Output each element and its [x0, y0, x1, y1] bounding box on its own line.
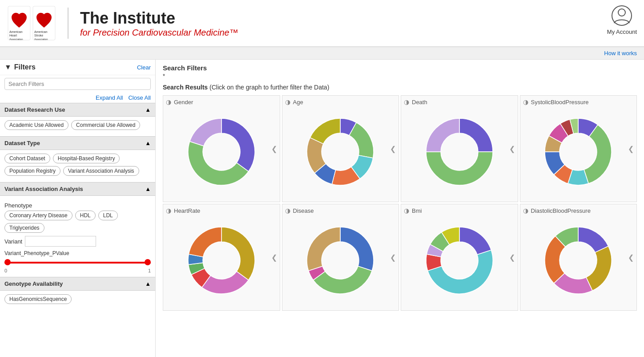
close-all-link[interactable]: Close All	[128, 94, 151, 101]
tag-academic-use[interactable]: Academic Use Allowed	[4, 120, 68, 130]
chart-card-disease[interactable]: ◑Disease❮	[282, 204, 399, 311]
section-dataset-type-toggle: ▲	[145, 140, 151, 146]
tag-has-genomics-sequence[interactable]: HasGenomicsSequence	[4, 294, 72, 304]
donut-wrapper-heartrate	[166, 216, 277, 305]
logo-area: American Heart Association American Stro…	[7, 5, 238, 41]
chart-chevron-death[interactable]: ❮	[509, 145, 515, 153]
chart-card-gender[interactable]: ◑Gender❮	[163, 95, 280, 202]
donut-svg-death[interactable]	[422, 114, 497, 190]
chart-card-death[interactable]: ◑Death❮	[401, 95, 518, 202]
filters-title-area: ▼ Filters	[4, 63, 36, 71]
donut-wrapper-systolic-bp	[523, 107, 634, 196]
svg-text:American: American	[9, 30, 23, 33]
svg-text:Stroke: Stroke	[34, 34, 43, 37]
donut-svg-bmi[interactable]	[422, 223, 497, 298]
phenotype-label: Phenotype	[4, 202, 151, 209]
slider-container[interactable]	[4, 258, 151, 267]
section-genotype-availability[interactable]: Genotype Availability ▲	[0, 277, 155, 291]
chart-pie-icon-gender: ◑	[166, 98, 171, 105]
chart-chevron-age[interactable]: ❮	[390, 145, 396, 153]
research-use-tags: Academic Use Allowed Commercial Use Allo…	[4, 120, 151, 130]
section-dataset-type-content: Cohort Dataset Hospital-Based Registry P…	[0, 150, 155, 182]
chart-title-bmi: Bmi	[412, 207, 422, 214]
section-variant-association-toggle: ▲	[145, 186, 151, 192]
tag-triglycerides[interactable]: Triglycerides	[4, 223, 44, 233]
variant-input[interactable]	[25, 236, 96, 247]
donut-svg-gender[interactable]	[184, 114, 259, 190]
svg-point-10	[618, 9, 625, 16]
chart-card-diastolic-bp[interactable]: ◑DiastolicBloodPressure❮	[520, 204, 637, 311]
search-filters-input[interactable]	[4, 78, 151, 90]
donut-svg-disease[interactable]	[302, 223, 378, 298]
section-variant-association-label: Variant Association Analysis	[4, 186, 83, 192]
section-dataset-research-use-label: Dataset Research Use	[4, 106, 65, 113]
my-account[interactable]: My Account	[607, 4, 637, 35]
section-dataset-research-use[interactable]: Dataset Research Use ▲	[0, 103, 155, 117]
tag-coronary-artery-disease[interactable]: Coronary Artery Disease	[4, 211, 72, 220]
how-it-works-link[interactable]: How it works	[604, 50, 637, 57]
donut-svg-age[interactable]	[302, 114, 378, 190]
chart-chevron-systolic-bp[interactable]: ❮	[628, 145, 634, 153]
chart-card-age[interactable]: ◑Age❮	[282, 95, 399, 202]
tag-population-registry[interactable]: Population Registry	[4, 166, 60, 176]
section-dataset-research-use-toggle: ▲	[145, 106, 151, 113]
chart-chevron-disease[interactable]: ❮	[390, 253, 396, 262]
chart-pie-icon-death: ◑	[404, 98, 409, 105]
chart-chevron-bmi[interactable]: ❮	[509, 253, 515, 262]
slider-thumb-left[interactable]	[4, 259, 11, 265]
section-dataset-type-label: Dataset Type	[4, 140, 40, 146]
donut-svg-diastolic-bp[interactable]	[540, 223, 616, 298]
donut-wrapper-disease	[285, 216, 396, 305]
donut-svg-systolic-bp[interactable]	[540, 114, 616, 190]
chart-chevron-diastolic-bp[interactable]: ❮	[628, 253, 634, 262]
search-filters-asterisk: *	[163, 73, 637, 79]
section-dataset-type[interactable]: Dataset Type ▲	[0, 136, 155, 150]
donut-svg-heartrate[interactable]	[184, 223, 259, 298]
chart-header-death: ◑Death	[404, 98, 515, 105]
clear-link[interactable]: Clear	[137, 64, 151, 71]
title-main: The Institute	[80, 9, 238, 28]
search-results-subtitle: (Click on the graph to further filter th…	[209, 84, 329, 91]
chart-header-bmi: ◑Bmi	[404, 207, 515, 214]
filters-header: ▼ Filters Clear	[0, 60, 155, 75]
main-layout: ▼ Filters Clear Expand All Close All Dat…	[0, 60, 644, 357]
search-results-strong: Search Results	[163, 84, 208, 91]
donut-wrapper-diastolic-bp	[523, 216, 634, 305]
charts-grid: ◑Gender❮◑Age❮◑Death❮◑SystolicBloodPressu…	[163, 95, 637, 311]
expand-all-link[interactable]: Expand All	[96, 94, 123, 101]
chart-pie-icon-diastolic-bp: ◑	[523, 207, 528, 214]
tag-cohort-dataset[interactable]: Cohort Dataset	[4, 154, 50, 163]
svg-text:Association: Association	[9, 38, 23, 41]
chart-title-disease: Disease	[293, 207, 314, 214]
section-genotype-availability-content: HasGenomicsSequence	[0, 291, 155, 310]
svg-text:Heart: Heart	[9, 34, 17, 37]
search-filters-input-area	[4, 78, 151, 90]
chart-header-disease: ◑Disease	[285, 207, 396, 214]
phenotype-tags: Coronary Artery Disease HDL LDL Triglyce…	[4, 211, 151, 233]
sub-header: How it works	[0, 47, 644, 60]
svg-text:Association: Association	[34, 38, 48, 41]
header-divider	[68, 8, 68, 39]
chart-header-heartrate: ◑HeartRate	[166, 207, 277, 214]
tag-variant-association-analysis[interactable]: Variant Association Analysis	[63, 166, 139, 176]
slider-thumb-right[interactable]	[145, 259, 151, 265]
tag-hospital-registry[interactable]: Hospital-Based Registry	[53, 154, 120, 163]
chart-title-age: Age	[293, 99, 303, 105]
chart-pie-icon-systolic-bp: ◑	[523, 98, 528, 105]
section-variant-association[interactable]: Variant Association Analysis ▲	[0, 182, 155, 196]
slider-fill	[4, 262, 151, 264]
slider-label: Variant_Phenotype_PValue	[4, 250, 151, 256]
chart-title-systolic-bp: SystolicBloodPressure	[531, 99, 589, 105]
chart-title-death: Death	[412, 99, 427, 105]
chart-card-systolic-bp[interactable]: ◑SystolicBloodPressure❮	[520, 95, 637, 202]
tag-ldl[interactable]: LDL	[98, 211, 118, 220]
chart-card-heartrate[interactable]: ◑HeartRate❮	[163, 204, 280, 311]
chart-header-age: ◑Age	[285, 98, 396, 105]
chart-chevron-gender[interactable]: ❮	[271, 145, 277, 153]
tag-hdl[interactable]: HDL	[75, 211, 96, 220]
chart-chevron-heartrate[interactable]: ❮	[271, 253, 277, 262]
chart-pie-icon-bmi: ◑	[404, 207, 409, 214]
chart-card-bmi[interactable]: ◑Bmi❮	[401, 204, 518, 311]
account-label: My Account	[607, 28, 637, 35]
tag-commercial-use[interactable]: Commercial Use Allowed	[71, 120, 140, 130]
